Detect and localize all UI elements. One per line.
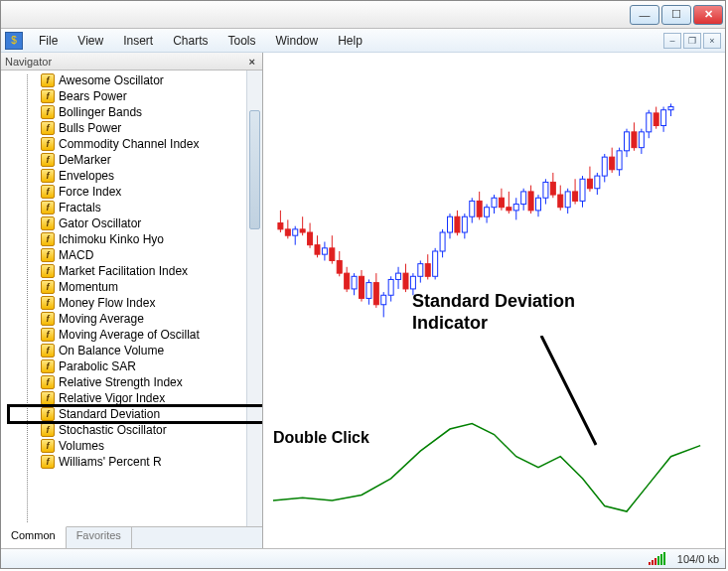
indicator-item[interactable]: fCommodity Channel Index [1, 136, 246, 152]
menu-insert[interactable]: Insert [113, 29, 163, 52]
svg-rect-15 [330, 248, 335, 261]
menu-view[interactable]: View [68, 29, 113, 52]
indicator-item[interactable]: fAwesome Oscillator [1, 72, 246, 88]
indicator-label: Volumes [59, 439, 104, 453]
navigator-tabs: Common Favorites [1, 526, 262, 548]
indicator-item[interactable]: fBulls Power [1, 120, 246, 136]
tab-favorites[interactable]: Favorites [67, 526, 132, 548]
indicator-label: MACD [59, 248, 93, 262]
indicator-item[interactable]: fParabolic SAR [1, 358, 246, 374]
navigator-tree: fAwesome OscillatorfBears PowerfBollinge… [1, 71, 246, 526]
tree-guide-line [27, 74, 28, 522]
navigator-header: Navigator × [1, 53, 262, 71]
navigator-scrollbar[interactable] [246, 71, 262, 526]
svg-rect-61 [499, 198, 504, 207]
chart-area[interactable]: Standard Deviation Indicator Double Clic… [263, 53, 725, 548]
indicator-label: On Balance Volume [59, 344, 164, 357]
status-kb: 104/0 kb [677, 553, 719, 565]
svg-rect-29 [381, 295, 386, 304]
indicator-item[interactable]: fRelative Vigor Index [1, 390, 246, 406]
svg-rect-103 [654, 113, 658, 126]
indicator-item[interactable]: fOn Balance Volume [1, 343, 246, 358]
navigator-title: Navigator [5, 56, 52, 68]
svg-rect-93 [617, 151, 622, 170]
annotation-pointer-line [531, 336, 611, 455]
indicator-item[interactable]: fGator Oscillator [1, 215, 246, 231]
indicator-icon: f [41, 153, 55, 167]
indicator-icon: f [41, 137, 55, 151]
indicator-item[interactable]: fMarket Facilitation Index [1, 263, 246, 279]
indicator-item[interactable]: fVolumes [1, 438, 246, 454]
svg-rect-57 [485, 208, 490, 216]
indicator-icon: f [41, 439, 55, 453]
indicator-icon: f [41, 328, 55, 342]
indicator-label: Parabolic SAR [59, 359, 136, 373]
indicator-item[interactable]: fForce Index [1, 184, 246, 200]
indicator-item[interactable]: fMoving Average [1, 311, 246, 327]
window-close-button[interactable]: ✕ [693, 5, 723, 25]
indicator-item[interactable]: fMomentum [1, 279, 246, 295]
svg-rect-75 [550, 182, 555, 195]
indicator-icon: f [41, 216, 55, 230]
indicator-icon: f [41, 201, 55, 214]
indicator-item[interactable]: fMoving Average of Oscillat [1, 327, 246, 343]
mdi-restore-button[interactable]: ❐ [683, 33, 701, 49]
indicator-label: Relative Strength Index [59, 375, 183, 389]
indicator-item[interactable]: fDeMarker [1, 152, 246, 168]
svg-rect-101 [647, 113, 652, 132]
indicator-item[interactable]: fStochastic Oscillator [1, 422, 246, 438]
indicator-icon: f [41, 407, 55, 421]
indicator-item[interactable]: fMACD [1, 247, 246, 263]
indicator-item[interactable]: fBears Power [1, 88, 246, 104]
indicator-label: DeMarker [59, 153, 111, 167]
indicator-item[interactable]: fStandard Deviation [1, 406, 246, 422]
window-minimize-button[interactable]: — [630, 5, 659, 25]
annotation-double-click: Double Click [273, 428, 369, 447]
navigator-close-button[interactable]: × [246, 56, 258, 68]
svg-rect-19 [345, 273, 350, 289]
indicator-icon: f [41, 359, 55, 373]
svg-rect-37 [410, 276, 415, 289]
mdi-minimize-button[interactable]: – [663, 33, 681, 49]
indicator-label: Market Facilitation Index [59, 264, 188, 278]
indicator-icon: f [41, 312, 55, 326]
menu-help[interactable]: Help [328, 29, 372, 52]
svg-rect-3 [285, 229, 290, 235]
tab-common[interactable]: Common [1, 526, 67, 548]
svg-rect-35 [403, 273, 408, 289]
indicator-icon: f [41, 375, 55, 389]
indicator-item[interactable]: fFractals [1, 200, 246, 215]
mdi-close-button[interactable]: × [703, 33, 721, 49]
indicator-item[interactable]: fRelative Strength Index [1, 374, 246, 390]
indicator-item[interactable]: fIchimoku Kinko Hyo [1, 231, 246, 247]
svg-rect-47 [448, 216, 453, 232]
indicator-label: Envelopes [59, 169, 114, 183]
indicator-label: Bulls Power [59, 121, 121, 135]
scrollbar-thumb[interactable] [249, 110, 260, 229]
svg-rect-17 [337, 260, 342, 273]
svg-rect-23 [359, 276, 364, 298]
menu-file[interactable]: File [29, 29, 68, 52]
indicator-label: Williams' Percent R [59, 455, 162, 469]
indicator-icon: f [41, 296, 55, 310]
indicator-icon: f [41, 391, 55, 405]
svg-rect-67 [521, 192, 526, 205]
svg-rect-85 [587, 179, 592, 188]
svg-rect-107 [668, 107, 673, 110]
svg-rect-21 [352, 276, 357, 289]
indicator-item[interactable]: fBollinger Bands [1, 104, 246, 120]
svg-rect-105 [661, 110, 666, 126]
menu-charts[interactable]: Charts [163, 29, 218, 52]
menu-tools[interactable]: Tools [218, 29, 266, 52]
indicator-icon: f [41, 264, 55, 278]
indicator-label: Money Flow Index [59, 296, 155, 310]
annotation-title: Standard Deviation Indicator [412, 291, 575, 334]
window-maximize-button[interactable]: ☐ [661, 5, 691, 25]
indicator-label: Gator Oscillator [59, 216, 141, 230]
menu-window[interactable]: Window [266, 29, 329, 52]
svg-rect-13 [322, 248, 327, 254]
indicator-label: Ichimoku Kinko Hyo [59, 232, 164, 246]
indicator-item[interactable]: fMoney Flow Index [1, 295, 246, 311]
indicator-item[interactable]: fWilliams' Percent R [1, 454, 246, 470]
indicator-item[interactable]: fEnvelopes [1, 168, 246, 184]
